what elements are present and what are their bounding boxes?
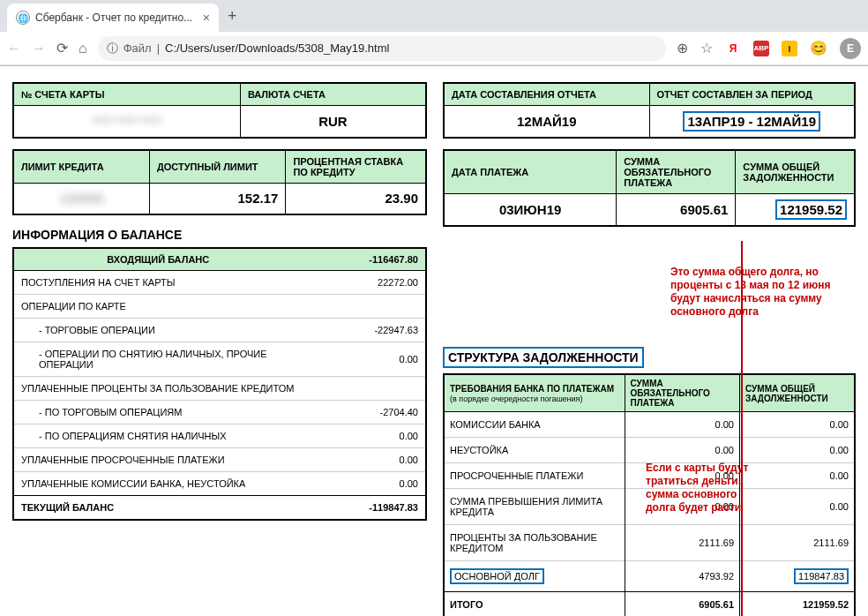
balance-row-value: 0.00 [303,472,426,496]
zoom-icon[interactable]: ⊕ [677,40,688,56]
balance-row-label: УПЛАЧЕННЫЕ КОМИССИИ БАНКА, НЕУСТОЙКА [13,472,303,496]
debt-row-total: 2111.69 [740,525,856,561]
card-info-table: № СЧЕТА КАРТЫ ВАЛЮТА СЧЕТА **** **** ***… [12,82,427,139]
debt-row: ПРОЦЕНТЫ ЗА ПОЛЬЗОВАНИЕ КРЕДИТОМ2111.692… [444,525,855,561]
value-report-period: 13АПР19 - 12МАЙ19 [683,111,820,131]
header-incoming-balance: ВХОДЯЩИЙ БАЛАНС [13,248,303,271]
profile-avatar[interactable]: Е [840,38,861,59]
balance-row: - ПО ОПЕРАЦИЯМ СНЯТИЯ НАЛИЧНЫХ0.00 [13,424,426,448]
header-limit: ЛИМИТ КРЕДИТА [13,150,149,184]
header-currency: ВАЛЮТА СЧЕТА [240,83,426,106]
header-pay-date: ДАТА ПЛАТЕЖА [444,150,617,194]
balance-row-value [303,295,426,319]
back-button[interactable]: ← [7,41,21,56]
address-bar[interactable]: ⓘ Файл | C:/Users/user/Downloads/5308_Ma… [98,36,666,61]
balance-row-value: 0.00 [303,448,426,472]
debt-row-mand: 0.00 [625,438,739,463]
balance-row-label: - ТОРГОВЫЕ ОПЕРАЦИИ [13,319,303,342]
value-pay-date: 03ИЮН19 [444,194,617,227]
star-icon[interactable]: ☆ [700,40,713,56]
balance-title: ИНФОРМАЦИЯ О БАЛАНСЕ [12,228,427,242]
debt-row-label: ПРОЦЕНТЫ ЗА ПОЛЬЗОВАНИЕ КРЕДИТОМ [444,525,625,561]
debt-row-mand: 2111.69 [625,525,739,561]
balance-row-label: УПЛАЧЕННЫЕ ПРОСРОЧЕННЫЕ ПЛАТЕЖИ [13,448,303,472]
value-limit: 120000 [59,191,103,206]
header-avail: ДОСТУПНЫЙ ЛИМИТ [149,150,285,184]
balance-row: - ТОРГОВЫЕ ОПЕРАЦИИ-22947.63 [13,319,426,342]
balance-row-value: 0.00 [303,342,426,377]
header-current-balance: ТЕКУЩИЙ БАЛАНС [13,496,303,521]
value-avail: 152.17 [149,183,285,214]
balance-table: ВХОДЯЩИЙ БАЛАНС -116467.80 ПОСТУПЛЕНИЯ Н… [12,247,427,521]
balance-row: ПОСТУПЛЕНИЯ НА СЧЕТ КАРТЫ22272.00 [13,271,426,295]
balance-row-value: -22947.63 [303,319,426,342]
annotation-total-debt: Это сумма общего долга, но проценты с 13… [670,266,856,319]
balance-row: - ПО ТОРГОВЫМ ОПЕРАЦИЯМ-2704.40 [13,401,426,424]
header-report-date: ДАТА СОСТАВЛЕНИЯ ОТЧЕТА [444,83,649,106]
browser-tab[interactable]: 🌐 Сбербанк - Отчет по кредитно... × [7,4,219,32]
balance-row: УПЛАЧЕННЫЕ ПРОСРОЧЕННЫЕ ПЛАТЕЖИ0.00 [13,448,426,472]
value-total-debt: 121959.52 [775,199,847,220]
abp-ext-icon[interactable]: ABP [753,41,769,56]
info-icon: ⓘ [107,41,118,56]
value-incoming-balance: -116467.80 [303,248,426,271]
debt-row-total: 0.00 [740,412,856,438]
balance-row-value: -2704.40 [303,401,426,424]
debt-row-total: 0.00 [740,438,856,463]
value-card-number: **** **** **** [93,114,161,129]
url-scheme: Файл [123,41,152,55]
report-date-table: ДАТА СОСТАВЛЕНИЯ ОТЧЕТА ОТЧЕТ СОСТАВЛЕН … [443,82,856,139]
emoji-ext-icon[interactable]: 😊 [810,40,827,56]
home-button[interactable]: ⌂ [79,41,87,56]
value-rate: 23.90 [286,183,426,214]
url-path: C:/Users/user/Downloads/5308_May19.html [165,41,389,55]
debt-row-label: ОСНОВНОЙ ДОЛГ [444,561,625,592]
header-rate: ПРОЦЕНТНАЯ СТАВКА ПО КРЕДИТУ [286,150,426,184]
document-content: № СЧЕТА КАРТЫ ВАЛЮТА СЧЕТА **** **** ***… [0,66,868,616]
debt-row: НЕУСТОЙКА0.000.00 [444,438,855,463]
header-bank-req: ТРЕБОВАНИЯ БАНКА ПО ПЛАТЕЖАМ (в порядке … [444,374,625,412]
header-mand-pay: СУММА ОБЯЗАТЕЛЬНОГО ПЛАТЕЖА [625,374,739,412]
debt-row-label: КОМИССИИ БАНКА [444,412,625,438]
globe-icon: 🌐 [16,11,30,25]
debt-row-label: СУММА ПРЕВЫШЕНИЯ ЛИМИТА КРЕДИТА [444,489,625,525]
balance-row-value [303,377,426,401]
value-report-date: 12МАЙ19 [444,106,649,139]
ext-icon[interactable]: ı [782,41,797,56]
debt-row: КОМИССИИ БАНКА0.000.00 [444,412,855,438]
balance-row-label: ПОСТУПЛЕНИЯ НА СЧЕТ КАРТЫ [13,271,303,295]
forward-button[interactable]: → [32,41,46,56]
value-mandatory: 6905.61 [617,194,736,227]
header-mandatory: СУММА ОБЯЗАТЕЛЬНОГО ПЛАТЕЖА [617,150,736,194]
balance-row: УПЛАЧЕННЫЕ КОМИССИИ БАНКА, НЕУСТОЙКА0.00 [13,472,426,496]
balance-row-label: УПЛАЧЕННЫЕ ПРОЦЕНТЫ ЗА ПОЛЬЗОВАНИЕ КРЕДИ… [13,377,303,401]
reload-button[interactable]: ⟳ [56,40,68,56]
header-report-period: ОТЧЕТ СОСТАВЛЕН ЗА ПЕРИОД [649,83,855,106]
debt-total-total: 121959.52 [740,592,856,617]
debt-total-mand: 6905.61 [625,592,739,617]
debt-row-label: НЕУСТОЙКА [444,438,625,463]
new-tab-button[interactable]: + [228,7,237,26]
debt-structure-title: СТРУКТУРА ЗАДОЛЖЕННОСТИ [443,347,644,368]
yandex-ext-icon[interactable]: Я [725,41,741,56]
debt-total-label: ИТОГО [444,592,625,617]
close-icon[interactable]: × [203,11,210,25]
header-total-owed: СУММА ОБЩЕЙ ЗАДОЛЖЕННОСТИ [740,374,856,412]
value-currency: RUR [240,106,426,138]
browser-chrome: 🌐 Сбербанк - Отчет по кредитно... × + ← … [0,0,868,66]
debt-row-label: ПРОСРОЧЕННЫЕ ПЛАТЕЖИ [444,463,625,489]
balance-row-label: - ПО ТОРГОВЫМ ОПЕРАЦИЯМ [13,401,303,424]
debt-row: ОСНОВНОЙ ДОЛГ4793.92119847.83 [444,561,855,592]
balance-row: УПЛАЧЕННЫЕ ПРОЦЕНТЫ ЗА ПОЛЬЗОВАНИЕ КРЕДИ… [13,377,426,401]
balance-row-label: - ОПЕРАЦИИ ПО СНЯТИЮ НАЛИЧНЫХ, ПРОЧИЕ ОП… [13,342,303,377]
tab-title: Сбербанк - Отчет по кредитно... [35,11,198,24]
payment-table: ДАТА ПЛАТЕЖА СУММА ОБЯЗАТЕЛЬНОГО ПЛАТЕЖА… [443,149,856,227]
toolbar: ← → ⟳ ⌂ ⓘ Файл | C:/Users/user/Downloads… [0,32,868,65]
toolbar-right: ⊕ ☆ Я ABP ı 😊 Е [677,38,861,59]
balance-row-label: ОПЕРАЦИИ ПО КАРТЕ [13,295,303,319]
tab-bar: 🌐 Сбербанк - Отчет по кредитно... × + [0,0,868,32]
debt-row-mand: 0.00 [625,412,739,438]
header-card-number: № СЧЕТА КАРТЫ [13,83,240,106]
debt-row-total: 119847.83 [740,561,856,592]
annotation-principal: Если с карты будут тратиться деньги, сум… [646,462,760,515]
